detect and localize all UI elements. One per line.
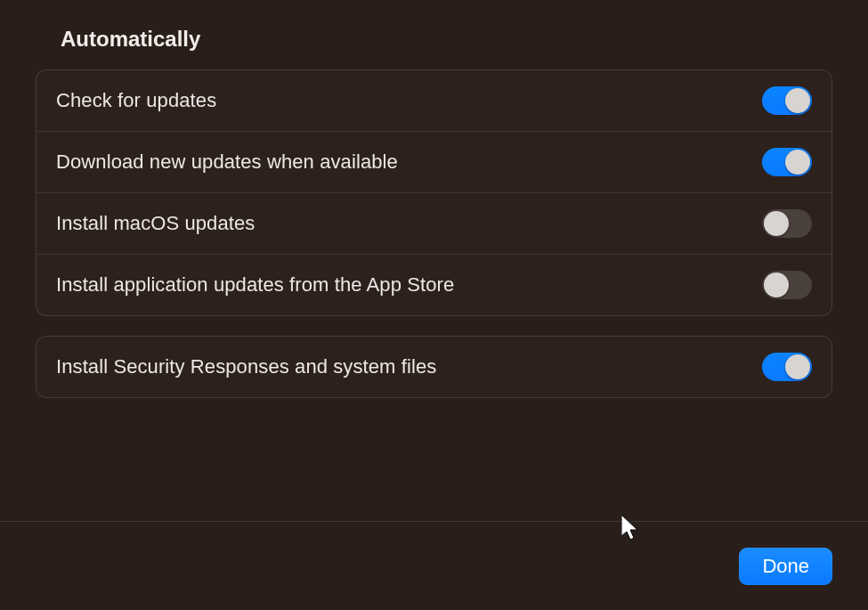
row-install-macos-updates: Install macOS updates — [37, 193, 831, 255]
updates-panel-1: Check for updates Download new updates w… — [36, 69, 832, 316]
row-label: Download new updates when available — [56, 150, 398, 174]
toggle-install-app-store-updates[interactable] — [762, 271, 812, 299]
toggle-knob — [785, 88, 810, 113]
row-label: Install macOS updates — [56, 212, 255, 235]
dialog-content: Automatically Check for updates Download… — [0, 0, 868, 398]
toggle-download-new-updates[interactable] — [762, 148, 812, 176]
done-button[interactable]: Done — [739, 548, 832, 585]
toggle-knob — [785, 354, 810, 379]
row-label: Install application updates from the App… — [56, 273, 454, 297]
row-install-security-responses: Install Security Responses and system fi… — [37, 337, 831, 397]
updates-panel-2: Install Security Responses and system fi… — [36, 336, 832, 398]
row-download-new-updates: Download new updates when available — [37, 132, 831, 193]
row-label: Install Security Responses and system fi… — [56, 355, 436, 378]
toggle-knob — [764, 272, 789, 297]
row-check-for-updates: Check for updates — [37, 70, 831, 132]
section-title: Automatically — [61, 27, 832, 52]
toggle-check-for-updates[interactable] — [762, 86, 812, 115]
toggle-install-macos-updates[interactable] — [762, 209, 812, 238]
automatic-updates-dialog: Automatically Check for updates Download… — [0, 0, 868, 610]
toggle-knob — [785, 150, 810, 175]
toggle-install-security-responses[interactable] — [762, 353, 812, 381]
toggle-knob — [764, 211, 789, 236]
row-label: Check for updates — [56, 89, 216, 112]
row-install-app-store-updates: Install application updates from the App… — [37, 255, 831, 315]
dialog-footer: Done — [0, 521, 868, 610]
